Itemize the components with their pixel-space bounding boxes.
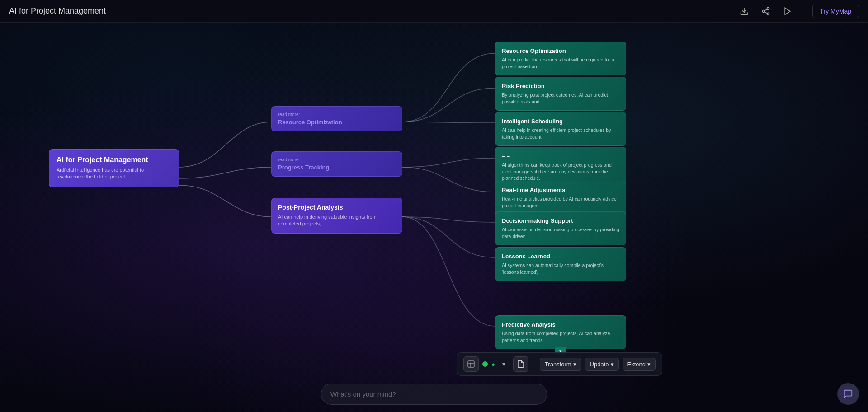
branch-post-title: Post-Project Analysis: [278, 204, 396, 211]
canvas-area: AI for Project Management Artificial Int…: [0, 23, 868, 412]
toolbar-template-button[interactable]: [463, 356, 479, 372]
chat-input[interactable]: [321, 384, 547, 405]
extend-button[interactable]: Extend ▾: [623, 358, 656, 371]
svg-marker-6: [785, 8, 790, 14]
branch-resource-label: read more:: [278, 112, 396, 117]
leaf-resource-opt[interactable]: Resource Optimization AI can predict the…: [495, 42, 626, 75]
central-node[interactable]: AI for Project Management Artificial Int…: [49, 149, 179, 187]
update-chevron: ▾: [611, 361, 614, 368]
toolbar: ● ▾ Transform ▾ Update ▾ Extend ▾: [457, 352, 662, 376]
leaf-predictive-title: Predictive Analysis: [502, 321, 619, 328]
branch-resource-title[interactable]: Resource Optimization: [278, 119, 396, 126]
leaf-progress-track-title: – –: [502, 153, 619, 159]
leaf-decision[interactable]: Decision-making Support AI can assist in…: [495, 211, 626, 245]
svg-rect-7: [468, 361, 474, 367]
header-actions: Try MyMap: [738, 5, 859, 18]
try-mymap-button[interactable]: Try MyMap: [812, 5, 859, 18]
leaf-predictive-desc: Using data from completed projects, AI c…: [502, 330, 619, 343]
toolbar-status-dot: [482, 361, 488, 367]
leaf-intelligent-title: Intelligent Scheduling: [502, 118, 619, 125]
share-button[interactable]: [760, 5, 772, 18]
leaf-lessons-title: Lessons Learned: [502, 253, 619, 260]
leaf-realtime-title: Real-time Adjustments: [502, 187, 619, 193]
leaf-risk[interactable]: Risk Prediction By analyzing past projec…: [495, 77, 626, 111]
update-button[interactable]: Update ▾: [585, 358, 619, 371]
header-divider: [803, 6, 803, 17]
toolbar-sep1: [534, 359, 534, 370]
extend-chevron: ▾: [647, 361, 651, 368]
download-button[interactable]: [738, 5, 750, 18]
central-node-title: AI for Project Management: [57, 156, 171, 164]
svg-line-5: [764, 9, 767, 10]
svg-line-4: [764, 12, 767, 13]
connections-svg: [0, 23, 868, 412]
leaf-resource-opt-desc: AI can predict the resources that will b…: [502, 56, 619, 70]
branch-post[interactable]: Post-Project Analysis AI can help in der…: [271, 198, 402, 234]
header: AI for Project Management Try MyMap: [0, 0, 868, 23]
leaf-realtime-desc: Real-time analytics provided by AI can r…: [502, 196, 619, 209]
branch-post-desc: AI can help in deriving valuable insight…: [278, 214, 396, 228]
svg-point-3: [767, 13, 769, 15]
central-node-desc: Artificial Intelligence has the potentia…: [57, 167, 171, 181]
leaf-decision-title: Decision-making Support: [502, 217, 619, 224]
leaf-resource-opt-title: Resource Optimization: [502, 47, 619, 54]
svg-point-2: [762, 10, 764, 12]
branch-progress[interactable]: read more: Progress Tracking: [271, 151, 402, 177]
leaf-lessons-desc: AI systems can automatically compile a p…: [502, 262, 619, 275]
transform-button[interactable]: Transform ▾: [540, 358, 581, 371]
chat-bubble-button[interactable]: [837, 383, 859, 405]
app-title: AI for Project Management: [9, 6, 106, 16]
leaf-predictive[interactable]: Predictive Analysis Using data from comp…: [495, 315, 626, 349]
play-button[interactable]: [781, 5, 794, 18]
branch-resource[interactable]: read more: Resource Optimization: [271, 106, 402, 131]
leaf-realtime[interactable]: Real-time Adjustments Real-time analytic…: [495, 181, 626, 215]
leaf-intelligent-desc: AI can help in creating efficient projec…: [502, 127, 619, 140]
branch-progress-label: read more:: [278, 157, 396, 162]
toolbar-status-label: ●: [491, 361, 495, 368]
leaf-progress-track-desc: AI algorithms can keep track of project …: [502, 162, 619, 182]
branch-progress-title[interactable]: Progress Tracking: [278, 164, 396, 171]
toolbar-file-button[interactable]: [513, 356, 528, 372]
leaf-intelligent[interactable]: Intelligent Scheduling AI can help in cr…: [495, 112, 626, 146]
svg-point-1: [767, 7, 769, 9]
leaf-lessons[interactable]: Lessons Learned AI systems can automatic…: [495, 247, 626, 281]
leaf-risk-desc: By analyzing past project outcomes, AI c…: [502, 92, 619, 105]
toolbar-chevron-down[interactable]: ▾: [499, 359, 509, 370]
chat-input-container: [321, 384, 547, 405]
leaf-risk-title: Risk Prediction: [502, 83, 619, 89]
transform-chevron: ▾: [573, 361, 576, 368]
leaf-decision-desc: AI can assist in decision-making process…: [502, 226, 619, 239]
